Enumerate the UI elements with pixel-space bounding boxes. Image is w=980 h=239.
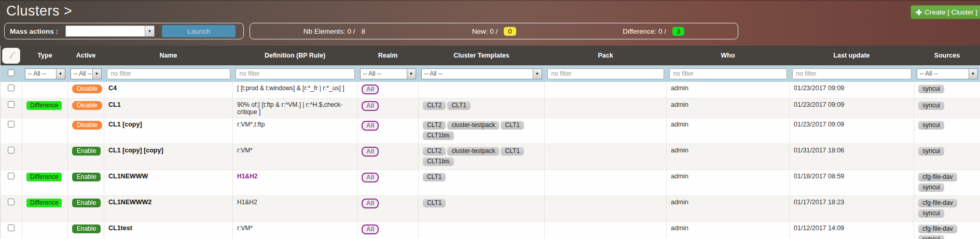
source-badge: syncui (918, 121, 944, 130)
pack-cell (545, 118, 667, 144)
clusters-table: Type Active Name Definition (BP Rule) Re… (0, 46, 980, 239)
cluster-template-badge: CLT2 (423, 101, 446, 110)
realm-badge: All (362, 85, 379, 94)
realm-cell: All (357, 118, 419, 144)
last-update-filter-input[interactable] (792, 68, 912, 79)
who-filter-input[interactable] (669, 68, 787, 79)
difference-label: Difference: 0 / (623, 27, 666, 35)
table-body: DisableC4[ [t:prod & t:windows] & [r:*_f… (1, 82, 980, 239)
row-checkbox[interactable] (8, 173, 15, 179)
difference-badge: Difference (26, 101, 62, 110)
cluster-templates-cell: CLT2cluster-testpackCLT1CLT1bis (419, 118, 545, 144)
table-row: DifferenceEnableCL1NEWWW2H1&H2AllCLT1adm… (1, 196, 980, 222)
row-checkbox[interactable] (8, 199, 15, 205)
source-badge: syncui (918, 147, 944, 156)
source-badge: syncui (918, 85, 944, 93)
sources-cell: syncui (914, 82, 980, 99)
select-all-checkbox[interactable] (8, 69, 15, 76)
row-checkbox[interactable] (8, 147, 15, 153)
stat-new: New: 0 / 0 (472, 27, 516, 36)
pack-cell (545, 170, 667, 196)
cluster-template-badge: CLT2 (423, 121, 446, 130)
pack-filter-input[interactable] (547, 68, 664, 79)
row-select-cell (1, 196, 22, 222)
active-cell: Enable (68, 144, 104, 170)
active-status-badge: Enable (72, 224, 101, 233)
create-cluster-label: Create [ Cluster ] (924, 8, 977, 16)
row-checkbox[interactable] (8, 85, 15, 91)
cluster-name: CL1 (104, 99, 233, 118)
clear-filters-button[interactable] (2, 48, 20, 64)
active-cell: Enable (68, 170, 104, 196)
who-cell: admin (667, 82, 790, 99)
cluster-templates-filter-select[interactable]: -- All -- ▼ (421, 68, 542, 79)
last-update-cell: 01/23/2017 09:09 (790, 118, 914, 144)
header-cell-realm: Realm (357, 46, 419, 65)
launch-button[interactable]: Launch (162, 25, 236, 37)
header-cell-definition: Definition (BP Rule) (233, 46, 357, 65)
header-cell-who: Who (667, 46, 790, 65)
mass-actions-panel: Mass actions : ▼ Launch (4, 23, 244, 39)
pack-cell (545, 99, 667, 118)
broom-icon (7, 51, 16, 60)
cluster-templates-cell: CLT1 (419, 170, 545, 196)
filter-row: -- All -- ▼ -- All -- ▼ -- All -- ▼ -- A… (1, 65, 980, 82)
table-row: DifferenceEnableCL1NEWWWH1&H2AllCLT1admi… (1, 170, 980, 196)
cluster-templates-cell: CLT2CLT1 (419, 99, 545, 118)
cluster-templates-filter-value: -- All -- (422, 70, 443, 77)
cluster-name: CL1NEWWW2 (104, 196, 233, 222)
name-filter-input[interactable] (107, 68, 230, 79)
stats-panel: Nb Elements: 0 / 8 New: 0 / 0 Difference… (250, 23, 738, 39)
source-badge: syncui (918, 101, 944, 110)
active-status-badge: Disable (72, 85, 102, 93)
definition-link[interactable]: H1&H2 (233, 170, 357, 196)
pack-cell (545, 222, 667, 239)
header-cell-type: Type (22, 46, 68, 65)
source-badge: cfg-file-dav (918, 224, 957, 233)
pack-cell (545, 82, 667, 99)
type-cell (22, 144, 68, 170)
active-cell: Enable (68, 196, 104, 222)
cluster-templates-cell: CLT2cluster-testpackCLT1CLT1bis (419, 144, 545, 170)
table-row: DifferenceDisableCL190% of:[ [t:ftp & r:… (1, 99, 980, 118)
header-cell-name: Name (104, 46, 233, 65)
definition-text: H1&H2 (233, 196, 357, 222)
last-update-cell: 01/17/2017 18:23 (790, 196, 914, 222)
realm-badge: All (362, 101, 379, 111)
row-select-cell (1, 99, 22, 118)
row-checkbox[interactable] (8, 224, 15, 231)
last-update-cell: 01/12/2017 14:09 (790, 222, 914, 239)
cluster-template-badge: cluster-testpack (447, 121, 499, 130)
definition-text: 90% of:[ [t:ftp & r:^VM.] | r:^H.$,check… (233, 99, 357, 118)
cluster-template-badge: CLT1 (423, 173, 446, 181)
type-cell: Difference (22, 196, 68, 222)
table-row: EnableCL1testr:VM*Alladmin01/12/2017 14:… (1, 222, 980, 239)
active-status-badge: Disable (72, 101, 102, 110)
who-cell: admin (667, 99, 790, 118)
active-cell: Disable (68, 118, 104, 144)
page-title: Clusters > (6, 3, 72, 19)
who-cell: admin (667, 170, 790, 196)
last-update-cell: 01/23/2017 09:09 (790, 99, 914, 118)
toolbar: Mass actions : ▼ Launch Nb Elements: 0 /… (0, 23, 980, 39)
sources-filter-select[interactable]: -- All -- ▼ (917, 68, 978, 79)
realm-badge: All (362, 173, 379, 182)
difference-count-badge: 3 (672, 27, 684, 36)
definition-filter-input[interactable] (236, 68, 355, 79)
realm-badge: All (362, 147, 379, 157)
sources-cell: syncui (914, 118, 980, 144)
row-checkbox[interactable] (8, 101, 15, 108)
realm-filter-select[interactable]: -- All -- ▼ (360, 68, 416, 79)
create-cluster-button[interactable]: ✚ Create [ Cluster ] (910, 5, 980, 19)
type-filter-select[interactable]: -- All -- ▼ (25, 68, 65, 79)
realm-badge: All (362, 121, 379, 131)
who-cell: admin (667, 144, 790, 170)
definition-text: [ [t:prod & t:windows] & [r:*_fr | r:*_u… (233, 82, 357, 99)
row-checkbox[interactable] (8, 121, 15, 128)
active-filter-value: -- All -- (71, 70, 92, 77)
mass-actions-select[interactable]: ▼ (65, 25, 155, 37)
active-filter-select[interactable]: -- All -- ▼ (71, 68, 102, 79)
cluster-name: CL1 [copy] (104, 118, 233, 144)
difference-badge: Difference (26, 173, 62, 181)
chevron-down-icon: ▼ (533, 69, 542, 79)
